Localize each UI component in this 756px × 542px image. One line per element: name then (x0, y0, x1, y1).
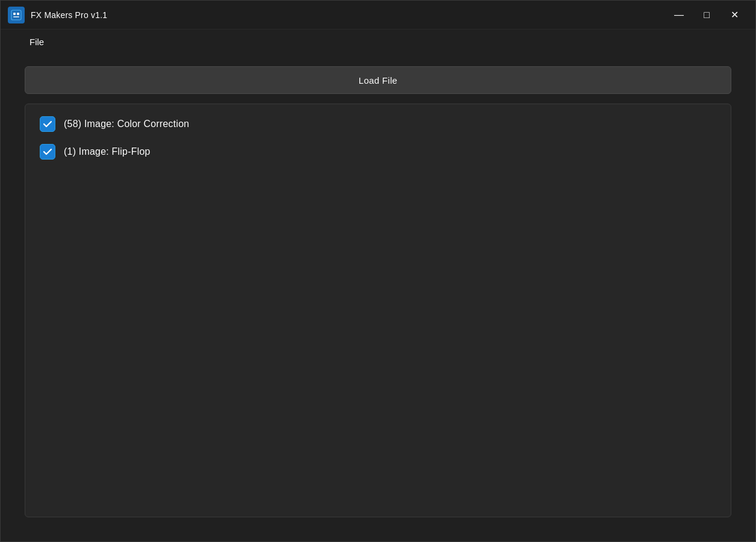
load-file-button[interactable]: Load File (25, 66, 731, 94)
app-icon (8, 7, 25, 23)
checkbox-color-correction[interactable] (40, 116, 55, 132)
menu-item-file[interactable]: File (25, 34, 49, 49)
svg-rect-0 (11, 10, 21, 20)
app-window: FX Makers Pro v1.1 — □ ✕ File Load File … (0, 0, 756, 542)
app-title: FX Makers Pro v1.1 (31, 10, 665, 20)
checkbox-flip-flop[interactable] (40, 144, 55, 160)
checkbox-label-flip-flop: (1) Image: Flip-Flop (64, 146, 150, 157)
svg-rect-1 (13, 13, 16, 15)
checkbox-item-flip-flop[interactable]: (1) Image: Flip-Flop (40, 144, 716, 160)
svg-rect-3 (13, 16, 19, 17)
menu-bar: File (1, 30, 755, 54)
svg-rect-2 (17, 13, 19, 15)
main-content: Load File (58) Image: Color Correction (1, 54, 755, 541)
items-panel: (58) Image: Color Correction (1) Image: … (25, 104, 731, 517)
close-button[interactable]: ✕ (720, 1, 748, 30)
window-controls: — □ ✕ (665, 1, 748, 30)
title-bar: FX Makers Pro v1.1 — □ ✕ (1, 1, 755, 30)
checkbox-label-color-correction: (58) Image: Color Correction (64, 119, 189, 129)
checkbox-item-color-correction[interactable]: (58) Image: Color Correction (40, 116, 716, 132)
maximize-button[interactable]: □ (693, 1, 720, 30)
minimize-button[interactable]: — (665, 1, 693, 30)
